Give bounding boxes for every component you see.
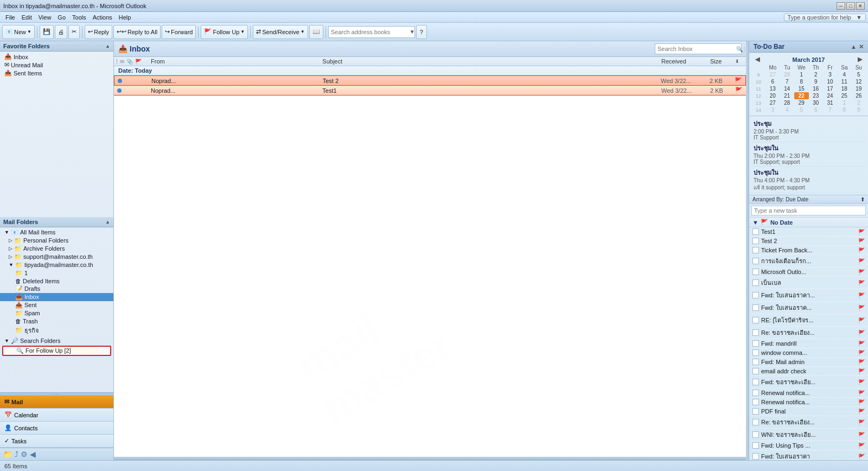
task-pdf[interactable]: PDF final 🚩 [749, 407, 868, 416]
folder-deleted[interactable]: 🗑 Deleted Items [0, 277, 113, 285]
task-benben-check[interactable] [752, 279, 759, 286]
email-row-1[interactable]: Noprad... Test 2 Wed 3/22... 2 KB 🚩 [114, 75, 746, 86]
todo-bar-close[interactable]: ✕ [859, 43, 864, 50]
task-test2[interactable]: Test 2 🚩 [749, 237, 868, 246]
no-date-expand[interactable]: ▼ [752, 219, 758, 226]
cal-day-9[interactable]: 9 [809, 78, 823, 85]
cal-prev-btn[interactable]: ◀ [754, 56, 761, 63]
inbox-search-btn[interactable]: 🔍 [735, 46, 744, 52]
task-ticket-flag[interactable]: 🚩 [858, 247, 865, 253]
cal-day-10[interactable]: 10 [823, 78, 837, 85]
task-mandrill[interactable]: Fwd: mandrill 🚩 [749, 339, 868, 348]
task-fwd3[interactable]: Fwd: ขอราชละเอีย... 🚩 [749, 376, 868, 389]
nav-config-icon-btn[interactable]: ◀ [30, 450, 36, 459]
cal-day-30[interactable]: 30 [809, 99, 823, 106]
save-button[interactable]: 💾 [40, 25, 54, 39]
maximize-button[interactable]: □ [846, 2, 855, 10]
task-fwd3-check[interactable] [752, 379, 759, 385]
task-fwd3-flag[interactable]: 🚩 [858, 379, 865, 385]
task-outlook[interactable]: Microsoft Outlo... 🚩 [749, 268, 868, 277]
cal-day-22-today[interactable]: 22 [794, 92, 809, 99]
task-test2-flag[interactable]: 🚩 [858, 238, 865, 244]
cal-day-8[interactable]: 8 [794, 78, 809, 85]
cal-day-12[interactable]: 12 [852, 78, 866, 85]
task-pdf-flag[interactable]: 🚩 [858, 409, 865, 415]
folder-inbox[interactable]: 📥 Inbox [0, 293, 113, 301]
inbox-search-input[interactable] [655, 45, 735, 53]
menu-actions[interactable]: Actions [90, 14, 116, 21]
forward-button[interactable]: ↪ Forward [162, 25, 196, 39]
address-search-btn[interactable]: ▼ [408, 29, 417, 35]
task-renewal1-flag[interactable]: 🚩 [858, 390, 865, 396]
nav-tasks[interactable]: ✓ Tasks [0, 435, 113, 448]
menu-help[interactable]: Help [116, 14, 135, 21]
task-wni-check[interactable] [752, 431, 759, 438]
cal-day-25[interactable]: 25 [837, 92, 851, 99]
event-2[interactable]: ประชุมใน Thu 2:00 PM - 2:30 PM IT Suppor… [751, 142, 866, 167]
folder-tipyada-account[interactable]: ▼ 📁 tipyada@mailmaster.co.th [0, 261, 113, 269]
folder-trash[interactable]: 🗑 Trash [0, 317, 113, 325]
task-re3[interactable]: Re: ขอราชละเอียง... 🚩 [749, 416, 868, 429]
print-button[interactable]: 🖨 [55, 25, 67, 39]
task-renewal2-flag[interactable]: 🚩 [858, 399, 865, 405]
task-notification[interactable]: การแจ้งเตือนก็รก... 🚩 [749, 255, 868, 268]
task-renewal1-check[interactable] [752, 390, 759, 396]
task-re2[interactable]: Re: ขอราชละเอียง... 🚩 [749, 327, 868, 339]
new-task-input[interactable] [751, 206, 866, 215]
task-mandrill-check[interactable] [752, 340, 759, 347]
task-renewal2[interactable]: Renewal notifica... 🚩 [749, 398, 868, 407]
task-fwd2[interactable]: Fwd: ใบเสนอราค... 🚩 [749, 302, 868, 314]
task-mandrill-flag[interactable]: 🚩 [858, 341, 865, 347]
from-column-header[interactable]: From [149, 58, 320, 65]
todo-bar-minimize[interactable]: ▲ [851, 43, 857, 50]
email-row-2[interactable]: Noprad... Test1 Wed 3/22... 2 KB 🚩 [114, 86, 746, 96]
event-3[interactable]: ประชุมใน Thu 4:00 PM - 4:30 PM แจ้ it su… [751, 167, 866, 193]
task-pdf-check[interactable] [752, 408, 759, 415]
received-column-header[interactable]: Received [659, 58, 708, 65]
inbox-search-dropdown[interactable]: ▼ [744, 46, 746, 52]
task-renewal1[interactable]: Renewal notifica... 🚩 [749, 389, 868, 398]
task-notification-flag[interactable]: 🚩 [858, 258, 865, 264]
cal-day-3[interactable]: 3 [823, 71, 837, 78]
nav-calendar[interactable]: 📅 Calendar [0, 409, 113, 422]
inbox-search-box[interactable]: 🔍 ▼ ✕ [655, 43, 742, 54]
task-re3-check[interactable] [752, 419, 759, 425]
menu-edit[interactable]: Edit [18, 14, 35, 21]
task-test2-check[interactable] [752, 238, 759, 244]
task-fwd4-flag[interactable]: 🚩 [858, 454, 865, 460]
task-window-flag[interactable]: 🚩 [858, 350, 865, 356]
cal-day-24[interactable]: 24 [823, 92, 837, 99]
folder-sent-items[interactable]: 📤 Sent Items [0, 69, 113, 77]
size-column-header[interactable]: Size [708, 58, 735, 65]
task-test1-check[interactable] [752, 228, 759, 235]
folder-1[interactable]: 📁 1 [0, 269, 113, 277]
cal-day-11[interactable]: 11 [837, 78, 851, 85]
cal-day-2-next[interactable]: 2 [852, 99, 866, 106]
reply-button[interactable]: ↩ Reply [85, 25, 112, 39]
cal-day-4[interactable]: 4 [837, 71, 851, 78]
task-mailadmin-flag[interactable]: 🚩 [858, 359, 865, 365]
nav-contacts[interactable]: 👤 Contacts [0, 422, 113, 435]
cal-day-5-next[interactable]: 5 [794, 106, 809, 113]
event-1[interactable]: ประชุม 2:00 PM - 3:30 PM IT Support [751, 118, 866, 142]
shortcuts-icon-btn[interactable]: ⤴ [15, 450, 18, 459]
cal-day-14[interactable]: 14 [780, 85, 794, 92]
reply-all-button[interactable]: ↩↩ Reply to All [113, 25, 161, 39]
minimize-button[interactable]: ─ [837, 2, 845, 10]
followup-dropdown-arrow[interactable]: ▼ [240, 29, 245, 34]
task-ticket-check[interactable] [752, 247, 759, 253]
folder-archive[interactable]: ▷ 📁 Archive Folders [0, 245, 113, 253]
cal-day-5[interactable]: 5 [852, 71, 866, 78]
cal-day-23[interactable]: 23 [809, 92, 823, 99]
new-dropdown-arrow[interactable]: ▼ [27, 29, 31, 34]
task-outlook-check[interactable] [752, 269, 759, 275]
cal-day-2[interactable]: 2 [809, 71, 823, 78]
send-receive-button[interactable]: ⇄ Send/Receive ▼ [253, 25, 308, 39]
address-search-input[interactable] [329, 29, 408, 35]
task-re1-check[interactable] [752, 317, 759, 323]
folder-for-follow-up[interactable]: 🔍 For Follow Up [2] [3, 347, 110, 355]
config-icon-btn[interactable]: ⚙ [21, 450, 28, 459]
subject-column-header[interactable]: Subject [320, 58, 659, 65]
cal-day-4-next[interactable]: 4 [780, 106, 794, 113]
task-re1[interactable]: RE: [ไตโรบีค่าริจร... 🚩 [749, 314, 868, 327]
